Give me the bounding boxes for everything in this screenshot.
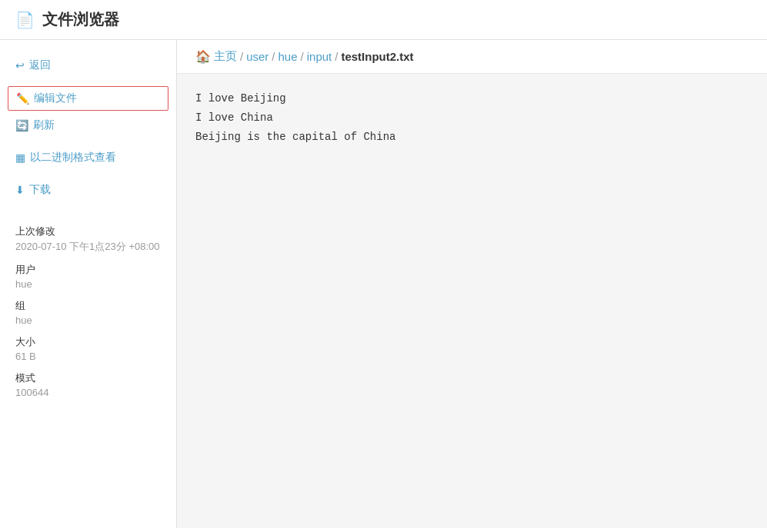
sep3: / [301, 50, 304, 63]
refresh-button[interactable]: 🔄 刷新 [0, 112, 176, 138]
divider2 [0, 138, 176, 145]
last-modified-label: 上次修改 [15, 224, 161, 238]
last-modified-value: 2020-07-10 下午1点23分 +08:00 [15, 240, 161, 254]
file-text: I love Beijing I love China Beijing is t… [195, 89, 749, 148]
file-metadata: 上次修改 2020-07-10 下午1点23分 +08:00 用户 hue 组 … [0, 203, 176, 398]
back-icon: ↩ [15, 59, 25, 71]
edit-label: 编辑文件 [34, 91, 77, 105]
file-line-1: I love Beijing [195, 89, 749, 108]
size-label: 大小 [15, 335, 161, 349]
breadcrumb-filename: testInput2.txt [341, 50, 413, 63]
breadcrumb: 🏠 主页 / user / hue / input / testInput2.t… [177, 40, 767, 74]
refresh-label: 刷新 [33, 118, 55, 132]
back-button[interactable]: ↩ 返回 [0, 52, 176, 78]
user-value: hue [15, 278, 161, 290]
main-layout: ↩ 返回 ✏️ 编辑文件 🔄 刷新 ▦ 以二进制格式查看 ⬇ 下载 上次修改 2… [0, 40, 767, 528]
file-icon: 📄 [15, 11, 35, 29]
sep2: / [272, 50, 275, 63]
content-area: 🏠 主页 / user / hue / input / testInput2.t… [177, 40, 767, 528]
app-title: 文件浏览器 [42, 9, 119, 30]
binary-icon: ▦ [15, 151, 25, 164]
group-label: 组 [15, 299, 161, 313]
download-icon: ⬇ [15, 184, 25, 196]
download-label: 下载 [29, 183, 51, 197]
home-icon: 🏠 [195, 49, 211, 64]
sidebar: ↩ 返回 ✏️ 编辑文件 🔄 刷新 ▦ 以二进制格式查看 ⬇ 下载 上次修改 2… [0, 40, 177, 528]
breadcrumb-user[interactable]: user [246, 50, 268, 63]
back-label: 返回 [29, 58, 51, 72]
file-line-2: I love China [195, 108, 749, 128]
group-value: hue [15, 314, 161, 326]
sep4: / [335, 50, 338, 63]
size-value: 61 B [15, 351, 161, 362]
breadcrumb-hue[interactable]: hue [278, 50, 298, 63]
edit-file-button[interactable]: ✏️ 编辑文件 [8, 86, 168, 111]
file-line-3: Beijing is the capital of China [195, 128, 749, 147]
mode-label: 模式 [15, 371, 161, 385]
divider3 [0, 171, 176, 177]
file-content-area: I love Beijing I love China Beijing is t… [177, 74, 767, 528]
mode-value: 100644 [15, 387, 161, 398]
sep1: / [240, 50, 243, 63]
refresh-icon: 🔄 [15, 119, 28, 131]
breadcrumb-input[interactable]: input [307, 50, 332, 63]
download-button[interactable]: ⬇ 下载 [0, 177, 176, 203]
home-link[interactable]: 主页 [214, 49, 237, 64]
binary-label: 以二进制格式查看 [30, 151, 116, 165]
edit-icon: ✏️ [16, 92, 29, 105]
divider1 [0, 78, 176, 85]
user-label: 用户 [15, 263, 161, 277]
header: 📄 文件浏览器 [0, 0, 767, 40]
binary-view-button[interactable]: ▦ 以二进制格式查看 [0, 145, 176, 171]
